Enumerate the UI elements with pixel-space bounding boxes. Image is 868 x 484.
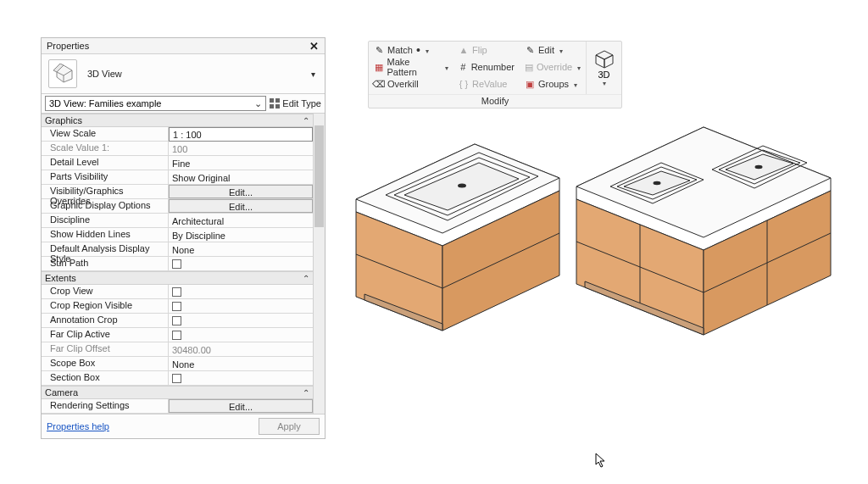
- flip-button: ▲ Flip: [453, 42, 520, 58]
- sunpath-checkbox[interactable]: [169, 257, 313, 270]
- checkbox-icon: [172, 331, 181, 340]
- collapse-icon[interactable]: [303, 115, 309, 125]
- section-extents[interactable]: Extents: [42, 271, 313, 285]
- override-label: Override: [537, 62, 572, 72]
- prop-label: Crop View: [42, 285, 169, 298]
- type-selector-text: 3D View: Families example: [49, 98, 161, 108]
- override-button: ▤ Override: [520, 58, 586, 75]
- properties-help-link[interactable]: Properties help: [47, 421, 109, 431]
- cursor-icon: [595, 453, 607, 468]
- section-box-checkbox[interactable]: [169, 371, 313, 385]
- prop-label: Annotation Crop: [42, 314, 169, 327]
- house-icon: [48, 59, 77, 88]
- prop-label: Far Clip Active: [42, 328, 169, 342]
- prop-label: Crop Region Visible: [42, 299, 169, 313]
- close-icon[interactable]: [309, 40, 321, 52]
- pencil-icon: ✎: [525, 45, 535, 55]
- overkill-button[interactable]: ⌫ Overkill: [369, 75, 453, 92]
- svg-point-11: [458, 184, 466, 188]
- prop-label: Scale Value 1:: [42, 142, 169, 155]
- groups-icon: ▣: [525, 79, 535, 89]
- prop-label: Visibility/Graphics Overrides: [42, 185, 169, 198]
- flip-label: Flip: [472, 45, 487, 55]
- collapse-icon[interactable]: [303, 387, 309, 398]
- groups-label: Groups: [538, 79, 569, 89]
- edit-type-button[interactable]: Edit Type: [270, 98, 321, 108]
- scope-box-value[interactable]: None: [169, 357, 313, 370]
- revalue-label: ReValue: [472, 79, 507, 89]
- scrollbar[interactable]: [313, 114, 325, 414]
- scrollbar-thumb[interactable]: [314, 125, 324, 227]
- chevron-down-icon[interactable]: [424, 45, 429, 55]
- renumber-label: Renumber: [471, 62, 515, 72]
- chevron-down-icon[interactable]: [443, 62, 448, 72]
- type-selector[interactable]: 3D View: Families example: [45, 96, 266, 111]
- rendering-settings-button[interactable]: Edit...: [169, 399, 313, 413]
- chevron-down-icon[interactable]: [254, 98, 262, 109]
- edit-label: Edit: [538, 45, 554, 55]
- pattern-icon: ▦: [374, 62, 383, 72]
- override-icon: ▤: [525, 62, 533, 72]
- discipline-value[interactable]: Architectural: [169, 214, 313, 227]
- annotation-crop-checkbox[interactable]: [169, 314, 313, 327]
- prop-label: Detail Level: [42, 156, 169, 170]
- 3d-label: 3D: [598, 70, 609, 80]
- detail-level-value[interactable]: Fine: [169, 156, 313, 170]
- prop-label: Section Box: [42, 371, 169, 385]
- vg-overrides-button[interactable]: Edit...: [169, 185, 313, 198]
- checkbox-icon: [172, 316, 181, 325]
- section-camera[interactable]: Camera: [42, 386, 313, 399]
- properties-panel: Properties 3D View 3D View: Families exa…: [41, 37, 326, 439]
- prop-label: Discipline: [42, 214, 169, 227]
- match-button[interactable]: ✎ Match •: [369, 42, 453, 58]
- edit-type-label: Edit Type: [282, 98, 321, 108]
- 3d-viewport[interactable]: [339, 102, 865, 381]
- edit-button[interactable]: ✎ Edit: [520, 42, 586, 58]
- graphic-display-button[interactable]: Edit...: [169, 199, 313, 213]
- cube-icon: [594, 49, 615, 70]
- section-label: Extents: [45, 273, 76, 283]
- groups-button[interactable]: ▣ Groups: [520, 75, 586, 92]
- svg-marker-5: [604, 55, 613, 68]
- checkbox-icon: [172, 302, 181, 311]
- chevron-down-icon[interactable]: [558, 45, 563, 55]
- eyedropper-icon: ✎: [374, 45, 384, 55]
- show-hidden-value[interactable]: By Discipline: [169, 228, 313, 242]
- properties-title: Properties: [47, 41, 89, 51]
- svg-point-22: [654, 181, 661, 185]
- properties-titlebar[interactable]: Properties: [42, 38, 325, 54]
- crop-view-checkbox[interactable]: [169, 285, 313, 298]
- view-scale-input[interactable]: 1 : 100: [169, 127, 313, 142]
- hash-icon: #: [459, 62, 468, 72]
- vanity-double: [576, 127, 831, 335]
- 3d-button[interactable]: 3D ▾: [586, 42, 621, 94]
- checkbox-icon: [172, 287, 181, 297]
- svg-marker-34: [596, 453, 604, 467]
- prop-label: Graphic Display Options: [42, 199, 169, 213]
- chevron-down-icon: [576, 62, 581, 72]
- type-label: 3D View: [87, 69, 308, 79]
- analysis-style-value[interactable]: None: [169, 242, 313, 256]
- make-pattern-button[interactable]: ▦ Make Pattern: [369, 58, 453, 75]
- farclip-active-checkbox[interactable]: [169, 328, 313, 342]
- vanity-single: [356, 144, 559, 331]
- svg-point-26: [755, 165, 763, 169]
- prop-label: Far Clip Offset: [42, 342, 169, 356]
- type-header[interactable]: 3D View: [42, 54, 325, 94]
- apply-button[interactable]: Apply: [259, 418, 320, 435]
- checkbox-icon: [172, 259, 181, 269]
- make-pattern-label: Make Pattern: [387, 57, 440, 77]
- chevron-down-icon[interactable]: [308, 69, 318, 79]
- section-graphics[interactable]: Graphics: [42, 114, 313, 127]
- parts-visibility-value[interactable]: Show Original: [169, 170, 313, 184]
- renumber-button[interactable]: # Renumber: [453, 58, 520, 75]
- prop-label: Default Analysis Display Style: [42, 242, 169, 256]
- eraser-icon: ⌫: [374, 79, 384, 89]
- prop-label: View Scale: [42, 127, 169, 141]
- prop-label: Parts Visibility: [42, 170, 169, 184]
- checkbox-icon: [172, 374, 181, 383]
- prop-label: Rendering Settings: [42, 399, 169, 413]
- crop-region-checkbox[interactable]: [169, 299, 313, 313]
- collapse-icon[interactable]: [303, 273, 309, 283]
- chevron-down-icon[interactable]: [572, 79, 577, 89]
